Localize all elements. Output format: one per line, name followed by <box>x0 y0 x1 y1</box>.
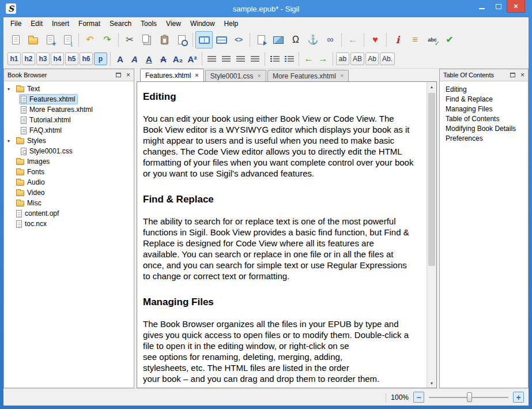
toc-item-editing[interactable]: Editing <box>440 85 528 95</box>
heading1-button[interactable]: h1 <box>7 52 21 65</box>
undo-button[interactable]: ↶ <box>81 31 99 48</box>
zoom-out-button[interactable]: − <box>413 392 424 403</box>
superscript-button[interactable]: A² <box>185 51 199 66</box>
scroll-down-icon[interactable]: ▼ <box>427 378 436 388</box>
tree-item-faq-xhtml[interactable]: FAQ.xhtml <box>4 125 134 136</box>
indent-button[interactable]: → <box>316 51 330 66</box>
align-left-button[interactable] <box>205 51 219 66</box>
metadata-editor-button[interactable]: i <box>389 31 406 48</box>
insert-link-button[interactable]: ∞ <box>322 31 339 48</box>
menu-search[interactable]: Search <box>105 18 136 29</box>
expander-icon[interactable]: ▾ <box>7 138 14 144</box>
vertical-scrollbar[interactable]: ▲ ▼ <box>427 82 436 388</box>
heading4-button[interactable]: h4 <box>51 52 64 65</box>
zoom-slider[interactable] <box>429 392 508 403</box>
tree-item-images[interactable]: Images <box>4 156 134 167</box>
float-panel-icon[interactable] <box>116 73 121 77</box>
tab-close-icon[interactable]: × <box>340 73 344 79</box>
back-button[interactable]: ← <box>344 31 361 48</box>
capitalize-button[interactable]: Ab <box>365 52 379 65</box>
spellcheck-button[interactable]: abc✓ <box>424 31 441 48</box>
subscript-button[interactable]: A₂ <box>171 51 185 66</box>
tab-features-xhtml[interactable]: Features.xhtml × <box>140 69 204 81</box>
tree-item-more-features-xhtml[interactable]: More Features.xhtml <box>4 104 134 115</box>
toc-item-find-replace[interactable]: Find & Replace <box>440 95 528 104</box>
cut-button[interactable]: ✂ <box>121 31 138 48</box>
new-file-button[interactable] <box>7 31 24 48</box>
align-right-button[interactable] <box>233 51 248 66</box>
redo-button[interactable]: ↷ <box>99 31 116 48</box>
float-panel-icon[interactable] <box>510 73 515 77</box>
tree-item-features-xhtml[interactable]: Features.xhtml <box>4 94 134 104</box>
heading2-button[interactable]: h2 <box>22 52 35 65</box>
toc-item-modifying-book-details[interactable]: Modifying Book Details <box>440 124 528 134</box>
close-panel-icon[interactable]: × <box>519 72 526 78</box>
bold-button[interactable]: A <box>113 51 127 66</box>
bullet-list-button[interactable] <box>267 51 282 66</box>
align-center-button[interactable] <box>219 51 233 66</box>
menu-help[interactable]: Help <box>220 18 243 29</box>
book-view-button[interactable] <box>195 31 213 48</box>
minimize-button[interactable] <box>473 0 490 13</box>
add-existing-files-button[interactable]: + <box>41 31 59 48</box>
tree-item-audio[interactable]: Audio <box>4 177 134 187</box>
zoom-slider-thumb[interactable] <box>467 392 472 402</box>
menu-view[interactable]: View <box>161 18 186 29</box>
menu-file[interactable]: File <box>6 18 26 29</box>
tree-item-toc-ncx[interactable]: toc.ncx <box>4 219 134 229</box>
heading6-button[interactable]: h6 <box>80 52 93 65</box>
numbered-list-button[interactable] <box>282 51 296 66</box>
tree-item-content-opf[interactable]: content.opf <box>4 208 134 219</box>
scroll-up-icon[interactable]: ▲ <box>427 82 436 91</box>
toc-editor-button[interactable]: ≡ <box>406 31 424 48</box>
copy-button[interactable] <box>138 31 156 48</box>
heading3-button[interactable]: h3 <box>36 52 50 65</box>
menu-window[interactable]: Window <box>186 18 220 29</box>
close-panel-icon[interactable]: × <box>125 72 131 78</box>
uppercase-button[interactable]: AB <box>350 52 364 65</box>
save-button[interactable]: ↓ <box>59 31 76 48</box>
tree-item-fonts[interactable]: Fonts <box>4 167 134 177</box>
book-view-editor[interactable]: Editing You can edit your book using eit… <box>137 82 427 388</box>
outdent-button[interactable]: ← <box>301 51 316 66</box>
insert-id-button[interactable]: ⚓ <box>304 31 322 48</box>
find-button[interactable] <box>173 31 190 48</box>
menu-insert[interactable]: Insert <box>47 18 74 29</box>
sentence-case-button[interactable]: Ab. <box>380 52 395 65</box>
donate-button[interactable]: ♥ <box>367 31 384 48</box>
code-view-button[interactable]: <> <box>230 31 247 48</box>
insert-image-button[interactable] <box>270 31 287 48</box>
split-view-button[interactable] <box>213 31 230 48</box>
tree-item-style0001-css[interactable]: Style0001.css <box>4 146 134 156</box>
tree-item-styles[interactable]: ▾ Styles <box>4 136 134 146</box>
toc-item-preferences[interactable]: Preferences <box>440 134 528 144</box>
expander-icon[interactable]: ▾ <box>7 87 14 92</box>
tree-item-misc[interactable]: Misc <box>4 198 134 208</box>
validate-button[interactable]: ✔ <box>441 31 458 48</box>
tab-close-icon[interactable]: × <box>258 73 261 79</box>
tree-item-tutorial-xhtml[interactable]: Tutorial.xhtml <box>4 115 134 125</box>
lowercase-button[interactable]: ab <box>336 52 349 65</box>
paste-button[interactable] <box>156 31 173 48</box>
close-button[interactable]: × <box>507 0 525 13</box>
toc-item-table-of-contents[interactable]: Table of Contents <box>440 114 528 124</box>
tab-close-icon[interactable]: × <box>195 72 198 78</box>
scrollbar-thumb[interactable] <box>428 93 435 266</box>
menu-tools[interactable]: Tools <box>136 18 161 29</box>
underline-button[interactable]: A <box>142 51 156 66</box>
italic-button[interactable]: A <box>127 51 142 66</box>
tab-style0001-css[interactable]: Style0001.css × <box>205 70 266 81</box>
paragraph-button[interactable]: p <box>94 52 107 65</box>
heading5-button[interactable]: h5 <box>65 52 78 65</box>
strikethrough-button[interactable]: A <box>156 51 171 66</box>
toc-item-managing-files[interactable]: Managing Files <box>440 104 528 114</box>
menu-edit[interactable]: Edit <box>26 18 47 29</box>
zoom-in-button[interactable]: + <box>513 392 524 403</box>
open-button[interactable] <box>24 31 41 48</box>
tree-item-text[interactable]: ▾ Text <box>4 84 134 94</box>
tab-more-features-xhtml[interactable]: More Features.xhtml × <box>267 70 349 81</box>
maximize-button[interactable] <box>490 0 507 13</box>
align-justify-button[interactable] <box>248 51 262 66</box>
split-at-cursor-button[interactable] <box>252 31 270 48</box>
tree-item-video[interactable]: Video <box>4 187 134 198</box>
